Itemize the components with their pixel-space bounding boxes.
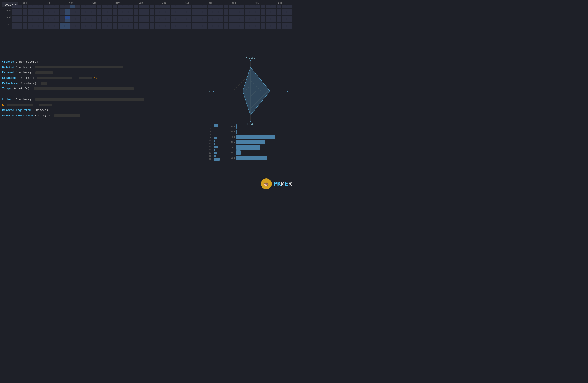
heatmap-cell[interactable] bbox=[70, 12, 75, 15]
heatmap-cell[interactable] bbox=[86, 9, 91, 12]
heatmap-cell[interactable] bbox=[75, 5, 80, 8]
heatmap-cell[interactable] bbox=[28, 26, 33, 29]
heatmap-cell[interactable] bbox=[113, 19, 117, 22]
heatmap-cell[interactable] bbox=[107, 9, 112, 12]
heatmap-cell[interactable] bbox=[176, 16, 181, 19]
heatmap-cell[interactable] bbox=[187, 26, 191, 29]
heatmap-cell[interactable] bbox=[218, 5, 223, 8]
heatmap-cell[interactable] bbox=[150, 19, 154, 22]
heatmap-cell[interactable] bbox=[49, 12, 54, 15]
heatmap-cell[interactable] bbox=[70, 23, 75, 26]
heatmap-cell[interactable] bbox=[197, 5, 202, 8]
heatmap-cell[interactable] bbox=[91, 5, 96, 8]
heatmap-cell[interactable] bbox=[192, 23, 197, 26]
heatmap-cell[interactable] bbox=[245, 16, 250, 19]
heatmap-cell[interactable] bbox=[134, 19, 139, 22]
heatmap-cell[interactable] bbox=[287, 5, 292, 8]
heatmap-cell[interactable] bbox=[113, 5, 117, 8]
heatmap-cell[interactable] bbox=[60, 5, 64, 8]
heatmap-cell[interactable] bbox=[266, 26, 271, 29]
heatmap-cell[interactable] bbox=[245, 19, 250, 22]
heatmap-cell[interactable] bbox=[224, 26, 228, 29]
heatmap-cell[interactable] bbox=[38, 16, 43, 19]
heatmap-cell[interactable] bbox=[282, 19, 287, 22]
heatmap-cell[interactable] bbox=[38, 26, 43, 29]
heatmap-cell[interactable] bbox=[75, 26, 80, 29]
heatmap-cell[interactable] bbox=[38, 23, 43, 26]
heatmap-cell[interactable] bbox=[86, 5, 91, 8]
heatmap-cell[interactable] bbox=[128, 19, 133, 22]
heatmap-cell[interactable] bbox=[266, 9, 271, 12]
heatmap-cell[interactable] bbox=[261, 26, 265, 29]
heatmap-cell[interactable] bbox=[91, 9, 96, 12]
heatmap-cell[interactable] bbox=[38, 9, 43, 12]
heatmap-cell[interactable] bbox=[208, 12, 212, 15]
heatmap-cell[interactable] bbox=[250, 26, 255, 29]
heatmap-cell[interactable] bbox=[123, 26, 128, 29]
heatmap-cell[interactable] bbox=[229, 26, 233, 29]
heatmap-cell[interactable] bbox=[144, 23, 149, 26]
heatmap-cell[interactable] bbox=[113, 26, 117, 29]
heatmap-cell[interactable] bbox=[128, 16, 133, 19]
heatmap-cell[interactable] bbox=[160, 12, 165, 15]
heatmap-cell[interactable] bbox=[239, 5, 244, 8]
heatmap-cell[interactable] bbox=[81, 16, 85, 19]
heatmap-cell[interactable] bbox=[60, 26, 64, 29]
heatmap-cell[interactable] bbox=[54, 19, 59, 22]
heatmap-cell[interactable] bbox=[107, 19, 112, 22]
heatmap-cell[interactable] bbox=[171, 9, 176, 12]
heatmap-cell[interactable] bbox=[266, 12, 271, 15]
heatmap-cell[interactable] bbox=[12, 12, 17, 15]
heatmap-cell[interactable] bbox=[171, 23, 176, 26]
heatmap-cell[interactable] bbox=[271, 5, 276, 8]
heatmap-cell[interactable] bbox=[202, 26, 207, 29]
heatmap-cell[interactable] bbox=[123, 23, 128, 26]
heatmap-cell[interactable] bbox=[86, 12, 91, 15]
heatmap-cell[interactable] bbox=[282, 9, 287, 12]
heatmap-cell[interactable] bbox=[44, 9, 49, 12]
heatmap-cell[interactable] bbox=[229, 23, 233, 26]
heatmap-cell[interactable] bbox=[155, 12, 160, 15]
heatmap-cell[interactable] bbox=[49, 23, 54, 26]
heatmap-cell[interactable] bbox=[38, 5, 43, 8]
heatmap-cell[interactable] bbox=[28, 16, 33, 19]
heatmap-cell[interactable] bbox=[123, 19, 128, 22]
heatmap-cell[interactable] bbox=[192, 5, 197, 8]
heatmap-cell[interactable] bbox=[218, 23, 223, 26]
heatmap-cell[interactable] bbox=[192, 19, 197, 22]
heatmap-cell[interactable] bbox=[86, 26, 91, 29]
heatmap-cell[interactable] bbox=[176, 12, 181, 15]
heatmap-cell[interactable] bbox=[165, 16, 170, 19]
heatmap-cell[interactable] bbox=[107, 16, 112, 19]
heatmap-cell[interactable] bbox=[118, 26, 123, 29]
heatmap-cell[interactable] bbox=[171, 5, 176, 8]
heatmap-cell[interactable] bbox=[60, 12, 64, 15]
heatmap-cell[interactable] bbox=[187, 9, 191, 12]
heatmap-cell[interactable] bbox=[224, 12, 228, 15]
heatmap-cell[interactable] bbox=[245, 9, 250, 12]
heatmap-cell[interactable] bbox=[202, 23, 207, 26]
heatmap-cell[interactable] bbox=[165, 19, 170, 22]
heatmap-cell[interactable] bbox=[54, 5, 59, 8]
heatmap-cell[interactable] bbox=[12, 19, 17, 22]
heatmap-cell[interactable] bbox=[128, 5, 133, 8]
heatmap-cell[interactable] bbox=[271, 12, 276, 15]
heatmap-cell[interactable] bbox=[75, 23, 80, 26]
heatmap-cell[interactable] bbox=[176, 5, 181, 8]
heatmap-cell[interactable] bbox=[33, 5, 38, 8]
heatmap-cell[interactable] bbox=[70, 19, 75, 22]
heatmap-cell[interactable] bbox=[118, 5, 123, 8]
heatmap-cell[interactable] bbox=[97, 19, 101, 22]
heatmap-cell[interactable] bbox=[102, 19, 107, 22]
heatmap-cell[interactable] bbox=[54, 12, 59, 15]
heatmap-cell[interactable] bbox=[202, 12, 207, 15]
heatmap-cell[interactable] bbox=[75, 12, 80, 15]
heatmap-cell[interactable] bbox=[229, 16, 233, 19]
heatmap-cell[interactable] bbox=[213, 19, 218, 22]
heatmap-cell[interactable] bbox=[75, 9, 80, 12]
heatmap-cell[interactable] bbox=[33, 9, 38, 12]
heatmap-cell[interactable] bbox=[107, 5, 112, 8]
heatmap-cell[interactable] bbox=[276, 9, 281, 12]
heatmap-cell[interactable] bbox=[261, 16, 265, 19]
heatmap-cell[interactable] bbox=[102, 12, 107, 15]
